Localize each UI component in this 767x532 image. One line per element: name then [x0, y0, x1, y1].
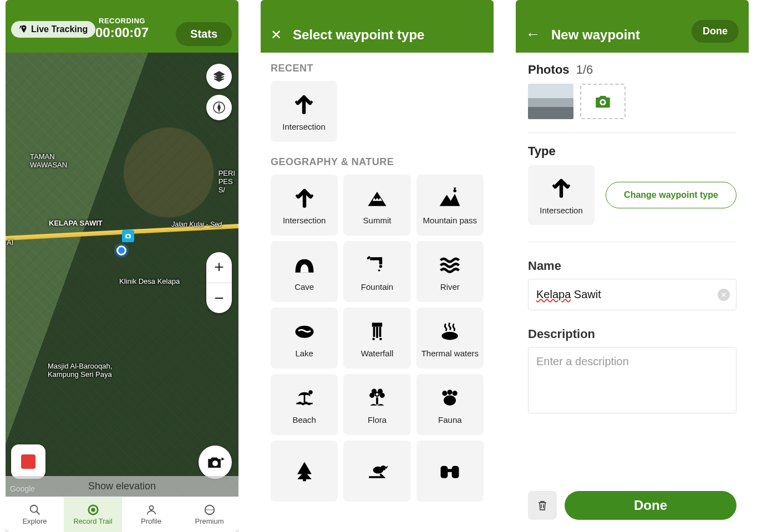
layers-button[interactable]	[206, 64, 232, 89]
beach-icon	[292, 385, 317, 410]
profile-icon	[145, 504, 158, 516]
tab-explore[interactable]: Explore	[6, 497, 64, 532]
type-tile-intersection[interactable]: Intersection	[271, 81, 337, 142]
waterfall-icon	[365, 319, 389, 343]
name-label: Name	[528, 259, 736, 273]
stats-button[interactable]: Stats	[176, 22, 232, 46]
type-tile-mountain-pass[interactable]: Mountain pass	[416, 175, 484, 236]
selected-type-tile[interactable]: Intersection	[528, 165, 595, 225]
tile-label: Fauna	[438, 415, 462, 424]
change-type-button[interactable]: Change waypoint type	[606, 182, 736, 208]
show-elevation-button[interactable]: Show elevation	[6, 476, 238, 497]
screen-new-waypoint: ← New waypoint Done Photos 1/6 Type Inte…	[516, 0, 749, 532]
map-canvas[interactable]: Jalan Kulai - Sed TAMAN WAWASAN PERI PES…	[6, 53, 238, 532]
divider	[528, 132, 736, 133]
type-tile-fauna[interactable]: Fauna	[416, 374, 484, 435]
tab-profile-label: Profile	[141, 517, 161, 525]
done-button-footer[interactable]: Done	[565, 491, 736, 520]
type-tile-river[interactable]: River	[416, 241, 484, 302]
zoom-out-button[interactable]: −	[206, 283, 232, 314]
compass-button[interactable]: N	[206, 95, 232, 120]
screen-select-waypoint-type: ✕ Select waypoint type RECENT Intersecti…	[261, 0, 494, 532]
type-heading: Type	[528, 144, 736, 158]
type-row: Intersection Change waypoint type	[528, 165, 736, 225]
page-title: Select waypoint type	[293, 27, 424, 43]
type-tile-cave[interactable]: Cave	[271, 241, 338, 302]
svg-point-32	[149, 506, 153, 510]
tile-label: Beach	[292, 415, 316, 424]
camera-icon	[124, 232, 132, 240]
stop-record-button[interactable]	[11, 444, 45, 479]
thermal-icon	[438, 319, 462, 343]
delete-button[interactable]	[528, 491, 557, 520]
name-input[interactable]: Kelapa Sawit	[528, 279, 736, 310]
add-photo-icon	[591, 92, 614, 111]
type-tile-beach[interactable]: Beach	[271, 374, 338, 435]
camera-flag-icon	[206, 453, 225, 472]
tab-premium[interactable]: Premium	[180, 497, 238, 532]
type-tile-lake[interactable]: Lake	[271, 308, 338, 369]
type-tile-waterfall[interactable]: Waterfall	[343, 308, 410, 369]
top-bar: Live Tracking RECORDING 00:00:07 Stats	[6, 0, 238, 53]
selected-type-label: Intersection	[540, 206, 583, 215]
tile-label: Cave	[294, 282, 314, 291]
photos-label: Photos	[528, 63, 570, 76]
intersection-icon	[292, 186, 317, 210]
screen-record-trail: Live Tracking RECORDING 00:00:07 Stats J…	[6, 0, 238, 532]
tile-label: Flora	[368, 415, 387, 424]
type-tile-fountain[interactable]: Fountain	[343, 241, 410, 302]
tab-profile[interactable]: Profile	[122, 497, 180, 532]
tile-label: Lake	[295, 349, 313, 358]
tile-label: Intersection	[283, 216, 326, 225]
done-button-header[interactable]: Done	[692, 20, 739, 43]
bottom-nav: Explore Record Trail Profile Premium	[6, 497, 238, 532]
tree-icon	[292, 459, 317, 483]
live-tracking-label: Live Tracking	[31, 24, 88, 34]
description-input[interactable]: Enter a description	[528, 347, 736, 413]
fauna-icon	[438, 385, 462, 410]
type-tile-flora[interactable]: Flora	[343, 374, 410, 435]
section-header-recent: RECENT	[271, 63, 484, 74]
live-tracking-chip[interactable]: Live Tracking	[11, 21, 95, 38]
compass-icon: N	[212, 101, 226, 114]
photo-row	[528, 84, 736, 119]
map-place-peri: PERI PES S/	[219, 169, 235, 194]
form-scroll[interactable]: Photos 1/6 Type Intersection Change wayp…	[516, 53, 749, 491]
type-tile-thermal[interactable]: Thermal waters	[416, 308, 484, 369]
map-road-label: Jalan Kulai - Sed	[171, 221, 222, 228]
top-bar: ← New waypoint Done	[516, 0, 749, 53]
page-title: New waypoint	[551, 27, 680, 43]
tab-premium-label: Premium	[195, 517, 224, 525]
close-button[interactable]: ✕	[271, 27, 282, 43]
add-photo-button[interactable]	[580, 84, 626, 119]
map-waypoint-marker[interactable]	[122, 230, 134, 242]
record-icon	[87, 504, 99, 516]
type-tile-summit[interactable]: Summit	[343, 175, 410, 236]
tab-explore-label: Explore	[22, 517, 47, 525]
type-tile-tree[interactable]	[271, 441, 338, 502]
lake-icon	[292, 319, 317, 343]
tile-label: Intersection	[282, 122, 326, 131]
zoom-in-button[interactable]: +	[206, 252, 232, 283]
fountain-icon	[365, 252, 389, 277]
type-tile-bird[interactable]	[343, 441, 410, 502]
svg-point-29	[30, 505, 37, 513]
layers-icon	[212, 70, 226, 83]
type-list-scroll[interactable]: RECENT Intersection GEOGRAPHY & NATURE I…	[261, 53, 494, 532]
add-waypoint-button[interactable]	[199, 446, 232, 479]
back-button[interactable]: ←	[526, 25, 540, 43]
map-place-taman: TAMAN WAWASAN	[30, 152, 67, 169]
type-tile-intersection[interactable]: Intersection	[271, 175, 338, 236]
type-tile-binoculars[interactable]	[416, 441, 484, 502]
photo-thumbnail-1[interactable]	[528, 84, 573, 119]
map-place-ai: AI	[7, 238, 13, 247]
my-location-dot	[116, 245, 126, 255]
flora-icon	[365, 385, 389, 410]
tile-label: Thermal waters	[421, 349, 479, 358]
tab-record[interactable]: Record Trail	[64, 497, 122, 532]
intersection-icon	[292, 92, 316, 116]
tile-label: Fountain	[361, 282, 393, 291]
recording-timer: RECORDING 00:00:07	[95, 17, 149, 40]
zoom-control: + −	[206, 252, 232, 313]
clear-name-button[interactable]: ✕	[718, 289, 730, 301]
